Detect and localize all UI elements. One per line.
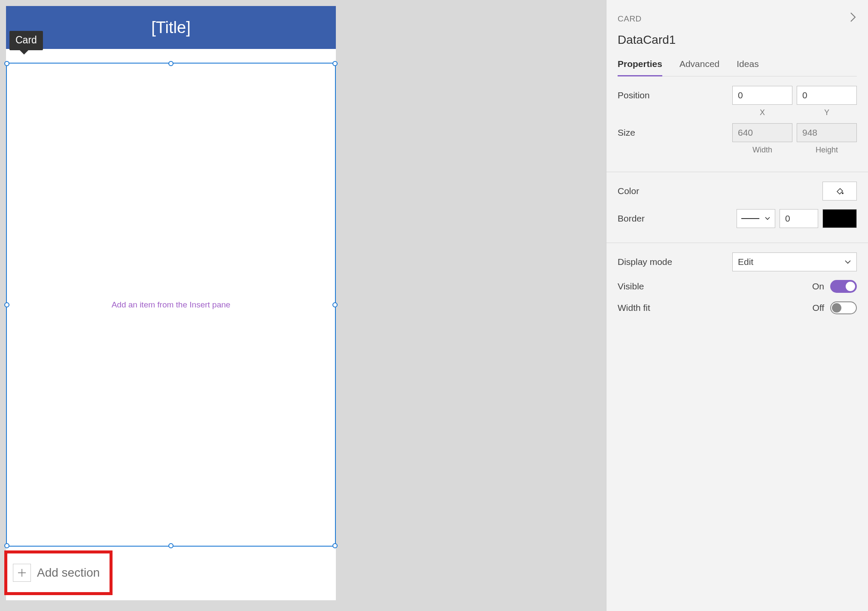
add-section-button[interactable]: Add section	[6, 552, 336, 593]
sublabel-height: Height	[797, 146, 857, 155]
width-fit-toggle-text: Off	[812, 303, 824, 313]
add-section-label: Add section	[37, 566, 100, 580]
section-display: Display mode Edit Visible On Width fit O…	[606, 243, 868, 329]
selection-tooltip: Card	[9, 31, 43, 50]
panel-header: CARD DataCard1 Properties Advanced Ideas	[606, 0, 868, 76]
label-color: Color	[618, 186, 639, 196]
resize-handle-tm[interactable]	[168, 61, 174, 66]
label-width-fit: Width fit	[618, 303, 650, 313]
label-size: Size	[618, 128, 635, 138]
resize-handle-mr[interactable]	[332, 302, 338, 307]
resize-handle-br[interactable]	[332, 543, 338, 548]
resize-handle-bm[interactable]	[168, 543, 174, 548]
display-mode-value: Edit	[738, 257, 753, 267]
sublabel-x: X	[732, 108, 792, 117]
card-header[interactable]: [Title]	[6, 6, 336, 49]
position-y-input[interactable]	[797, 86, 857, 105]
size-width-input	[732, 123, 792, 142]
design-canvas: [Title] Card Add an item from the Insert…	[0, 0, 588, 611]
chevron-down-icon	[844, 259, 851, 264]
width-fit-toggle[interactable]	[830, 301, 857, 314]
section-color-border: Color Border	[606, 172, 868, 243]
plus-icon	[13, 564, 31, 582]
card-title: [Title]	[151, 18, 191, 37]
sublabel-width: Width	[732, 146, 792, 155]
empty-hint-text: Add an item from the Insert pane	[112, 300, 231, 310]
border-style-dropdown[interactable]	[737, 209, 775, 228]
label-position: Position	[618, 90, 650, 100]
resize-handle-ml[interactable]	[4, 302, 9, 307]
panel-title: DataCard1	[618, 33, 857, 47]
size-height-input	[797, 123, 857, 142]
tab-ideas[interactable]: Ideas	[737, 59, 758, 76]
panel-breadcrumb: CARD	[618, 11, 857, 26]
section-position-size: Position X Y Size Width Height	[606, 76, 868, 172]
display-mode-select[interactable]: Edit	[732, 252, 857, 271]
breadcrumb-text: CARD	[618, 14, 642, 24]
border-width-input[interactable]	[780, 209, 818, 228]
datacard-selection[interactable]: Add an item from the Insert pane	[6, 63, 336, 547]
tooltip-text: Card	[15, 34, 37, 46]
line-style-icon	[741, 218, 759, 219]
label-display-mode: Display mode	[618, 257, 672, 267]
border-color-swatch[interactable]	[822, 209, 857, 228]
visible-toggle-text: On	[812, 281, 824, 292]
paint-bucket-icon	[835, 186, 844, 196]
visible-toggle[interactable]	[830, 280, 857, 293]
resize-handle-bl[interactable]	[4, 543, 9, 548]
color-picker-button[interactable]	[822, 182, 857, 201]
panel-tabs: Properties Advanced Ideas	[618, 59, 857, 76]
tab-advanced[interactable]: Advanced	[679, 59, 719, 76]
sublabel-y: Y	[797, 108, 857, 117]
chevron-down-icon	[764, 216, 771, 221]
resize-handle-tr[interactable]	[332, 61, 338, 66]
properties-panel: CARD DataCard1 Properties Advanced Ideas…	[606, 0, 868, 611]
chevron-right-icon[interactable]	[849, 11, 857, 26]
tab-properties[interactable]: Properties	[618, 59, 662, 76]
label-visible: Visible	[618, 281, 644, 292]
label-border: Border	[618, 213, 645, 224]
svg-point-0	[842, 192, 844, 194]
position-x-input[interactable]	[732, 86, 792, 105]
resize-handle-tl[interactable]	[4, 61, 9, 66]
